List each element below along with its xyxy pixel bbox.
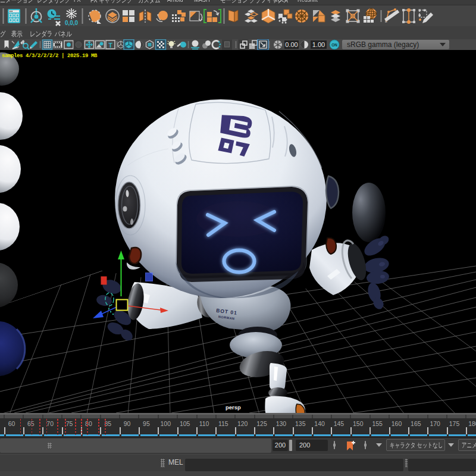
svg-text:0,0,0: 0,0,0 <box>65 20 79 26</box>
svg-text:T: T <box>108 42 112 49</box>
svg-text:ON: ON <box>331 43 337 47</box>
svg-text:persp: persp <box>226 404 241 411</box>
